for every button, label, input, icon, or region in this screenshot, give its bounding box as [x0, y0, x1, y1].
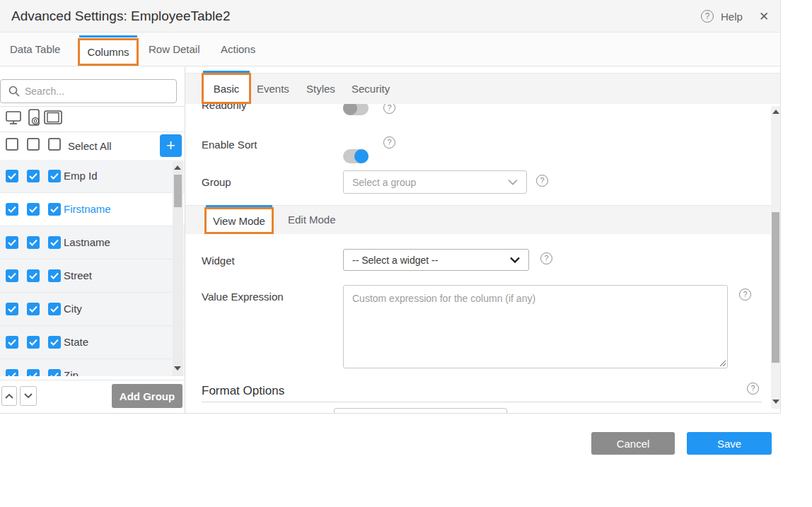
chevron-up-icon [5, 393, 13, 399]
column-row-emp-id[interactable]: Emp Id [0, 160, 185, 193]
section-divider [202, 402, 762, 402]
column-row-zip[interactable]: Zip [0, 359, 185, 376]
desktop-checkbox[interactable] [6, 303, 18, 315]
close-icon[interactable]: ✕ [759, 9, 769, 24]
tab-security[interactable]: Security [352, 83, 390, 95]
add-group-button[interactable]: Add Group [112, 384, 182, 408]
cancel-button[interactable]: Cancel [591, 432, 675, 455]
sidebar-scrollbar-thumb[interactable] [174, 175, 182, 207]
group-label: Group [202, 176, 231, 188]
desktop-checkbox[interactable] [6, 269, 18, 282]
tablet-checkbox[interactable] [48, 269, 61, 282]
mobile-checkbox[interactable] [27, 269, 40, 282]
settings-form: Readonly ? Enable Sort ? Group Select a … [185, 104, 771, 413]
active-tab-indicator [79, 35, 137, 37]
format-options-heading: Format Options [202, 384, 284, 398]
mobile-checkbox[interactable] [27, 369, 40, 376]
readonly-help-icon[interactable]: ? [383, 104, 395, 114]
column-row-state[interactable]: State [0, 326, 185, 359]
advanced-settings-dialog: Advanced Settings: EmployeeTable2 ? Help… [0, 0, 812, 507]
dialog-title: Advanced Settings: EmployeeTable2 [11, 0, 230, 33]
tab-events[interactable]: Events [257, 83, 289, 95]
tab-basic-active[interactable]: Basic [202, 73, 251, 104]
desktop-checkbox[interactable] [6, 203, 18, 216]
readonly-label: Readonly [202, 104, 246, 111]
save-button[interactable]: Save [687, 432, 772, 455]
move-down-button[interactable] [20, 386, 37, 406]
chevron-down-icon [24, 393, 33, 399]
resize-handle-icon[interactable] [719, 359, 726, 366]
desktop-checkbox[interactable] [6, 236, 18, 249]
main-scrollbar-thumb[interactable] [772, 212, 779, 363]
enable-sort-help-icon[interactable]: ? [383, 136, 395, 148]
dialog-header: Advanced Settings: EmployeeTable2 ? Help… [0, 0, 780, 33]
mobile-checkbox[interactable] [27, 303, 40, 315]
scroll-down-arrow-icon[interactable] [174, 366, 181, 371]
tab-actions[interactable]: Actions [221, 43, 255, 55]
scroll-up-arrow-icon[interactable] [174, 165, 181, 170]
desktop-checkbox[interactable] [6, 170, 18, 182]
mobile-checkbox[interactable] [27, 336, 40, 349]
select-all-desktop-checkbox[interactable] [6, 138, 18, 151]
search-icon [8, 86, 20, 97]
scroll-down-arrow-icon[interactable] [772, 400, 779, 404]
value-expression-help-icon[interactable]: ? [739, 289, 751, 301]
column-row-firstname[interactable]: Firstname [0, 193, 185, 226]
mobile-icon[interactable] [26, 108, 42, 127]
tab-view-mode-active[interactable]: View Mode [204, 207, 274, 234]
tablet-checkbox[interactable] [48, 336, 61, 349]
help-icon[interactable]: ? [701, 10, 714, 23]
desktop-checkbox[interactable] [6, 336, 18, 349]
tablet-checkbox[interactable] [48, 170, 61, 182]
desktop-checkbox[interactable] [6, 369, 18, 376]
enable-sort-label: Enable Sort [202, 139, 257, 151]
help-button[interactable]: Help [721, 11, 743, 23]
scroll-up-arrow-icon[interactable] [772, 110, 779, 114]
chevron-down-icon [508, 179, 518, 185]
tablet-checkbox[interactable] [48, 369, 61, 376]
tab-row-detail[interactable]: Row Detail [149, 43, 200, 55]
column-row-city[interactable]: City [0, 293, 185, 326]
mobile-checkbox[interactable] [27, 170, 40, 182]
tab-styles[interactable]: Styles [306, 83, 335, 95]
main-scrollbar[interactable] [771, 106, 780, 409]
move-up-button[interactable] [1, 386, 17, 406]
mobile-checkbox[interactable] [27, 236, 40, 249]
format-options-help-icon[interactable]: ? [747, 383, 759, 395]
chevron-down-icon [510, 257, 520, 263]
column-row-lastname[interactable]: Lastname [0, 226, 185, 260]
value-expression-label: Value Expression [202, 291, 284, 303]
sidebar-scrollbar[interactable] [173, 161, 183, 376]
group-help-icon[interactable]: ? [536, 175, 548, 187]
readonly-toggle[interactable] [343, 104, 369, 115]
tablet-checkbox[interactable] [48, 303, 61, 315]
tablet-checkbox[interactable] [48, 203, 61, 216]
select-all-tablet-checkbox[interactable] [48, 138, 61, 151]
select-all-mobile-checkbox[interactable] [27, 138, 40, 151]
tab-data-table[interactable]: Data Table [10, 43, 60, 55]
column-search[interactable] [0, 79, 177, 103]
enable-sort-toggle[interactable] [343, 149, 369, 163]
format-field-partial[interactable] [334, 408, 507, 413]
widget-help-icon[interactable]: ? [540, 252, 552, 264]
column-list: Emp Id Firstname Lastname Street City [0, 160, 185, 376]
tablet-checkbox[interactable] [48, 236, 61, 249]
tablet-icon[interactable] [44, 110, 62, 124]
widget-select[interactable]: -- Select a widget -- [343, 249, 529, 271]
value-expression-field[interactable] [343, 285, 728, 368]
widget-label: Widget [202, 255, 235, 267]
tab-edit-mode[interactable]: Edit Mode [288, 214, 336, 226]
value-expression-input[interactable] [343, 285, 728, 368]
add-column-button[interactable]: + [160, 134, 182, 157]
group-select[interactable]: Select a group [343, 170, 527, 194]
desktop-icon[interactable] [5, 109, 22, 126]
column-row-street[interactable]: Street [0, 260, 185, 293]
settings-tab-bar: Events Styles Security [185, 73, 780, 104]
search-input[interactable] [0, 79, 177, 103]
select-all-label: Select All [68, 140, 112, 152]
mobile-checkbox[interactable] [27, 203, 40, 216]
tab-columns-active[interactable]: Columns [78, 38, 139, 66]
